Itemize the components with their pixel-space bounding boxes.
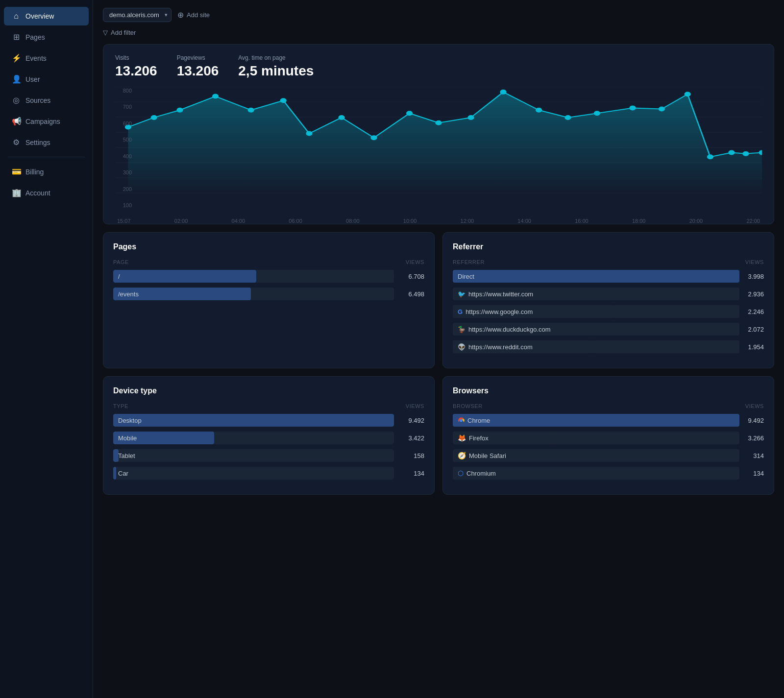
browser-bar-label: ⬡ Chromium	[458, 469, 496, 477]
panel-value: 6.708	[400, 273, 424, 280]
browsers-panel: Browsers Browser Views	[442, 376, 774, 495]
y-label-100: 100	[114, 202, 132, 208]
sidebar-item-campaigns[interactable]: 📢 Campaigns	[4, 112, 89, 131]
bar-container: Tablet	[113, 449, 394, 462]
panels-row-1: Pages Page Views / 6.708 /event	[103, 232, 774, 368]
ref-bar-label: 🐦 https://www.twitter.com	[458, 290, 533, 298]
ref-bar-fill	[453, 270, 739, 283]
browser-bar-wrap: 🦊 Firefox	[453, 432, 739, 444]
add-site-button[interactable]: ⊕ Add site	[177, 10, 210, 20]
x-label-1400: 14:00	[517, 218, 531, 224]
panel-value: 9.492	[739, 417, 764, 424]
y-label-300: 300	[114, 169, 132, 175]
svg-point-11	[213, 95, 218, 98]
chart-svg	[115, 87, 762, 209]
bar-bg: /events	[113, 288, 394, 300]
stat-visits: Visits 13.206	[115, 54, 157, 79]
ref-bar-label: G https://www.google.com	[458, 308, 533, 315]
panel-value: 2.936	[739, 290, 764, 298]
x-label-1600: 16:00	[575, 218, 588, 224]
sidebar-item-sources[interactable]: ◎ Sources	[4, 91, 89, 110]
svg-point-29	[743, 152, 749, 156]
chromium-icon: ⬡	[458, 469, 464, 477]
bar-container: Mobile	[113, 432, 394, 444]
device-panel-header: Type Views	[113, 403, 424, 409]
pageviews-value: 13.206	[177, 63, 219, 79]
bar-text: Mobile	[118, 434, 137, 442]
table-row: 👽 https://www.reddit.com 1.954	[453, 340, 764, 353]
user-icon: 👤	[12, 74, 21, 84]
svg-point-17	[407, 111, 412, 115]
x-label-0600: 06:00	[289, 218, 302, 224]
table-row: 🦊 Firefox 3.266	[453, 432, 764, 444]
svg-point-15	[339, 116, 344, 120]
billing-icon: 💳	[12, 167, 21, 176]
svg-point-19	[468, 116, 474, 120]
svg-point-30	[760, 151, 762, 155]
add-filter-button[interactable]: ▽ Add filter	[103, 29, 136, 36]
y-axis: 800 700 600 500 400 300 200 100	[114, 87, 132, 209]
browser-bar-fill	[453, 467, 456, 480]
ref-bar-label: 🦆 https://www.duckduckgo.com	[458, 326, 551, 333]
browsers-panel-header: Browser Views	[453, 403, 764, 409]
sidebar-item-settings[interactable]: ⚙ Settings	[4, 133, 89, 152]
bar-bg: Desktop	[113, 414, 394, 427]
panel-value: 2.246	[739, 308, 764, 315]
browser-bar-wrap: Chrome	[453, 414, 739, 427]
panel-value: 3.998	[739, 273, 764, 280]
referrer-panel-title: Referrer	[453, 242, 764, 251]
sidebar-item-overview[interactable]: ⌂ Overview	[4, 7, 89, 25]
bar-fill	[113, 467, 116, 480]
panel-value: 314	[739, 452, 764, 459]
site-selector[interactable]: demo.alceris.com	[103, 8, 172, 22]
sidebar-item-account[interactable]: 🏢 Account	[4, 183, 89, 202]
svg-point-24	[630, 106, 636, 110]
svg-point-21	[536, 108, 541, 112]
sidebar-item-label: Settings	[25, 139, 50, 146]
svg-point-12	[248, 108, 254, 112]
bar-fill	[113, 270, 256, 283]
pages-panel-header: Page Views	[113, 259, 424, 265]
bar-text: /events	[118, 290, 139, 298]
panel-value: 134	[400, 470, 424, 477]
x-label-0800: 08:00	[346, 218, 360, 224]
y-label-600: 600	[114, 120, 132, 126]
ref-bar-wrap: G https://www.google.com	[453, 305, 739, 318]
table-row: Direct 3.998	[453, 270, 764, 283]
y-label-400: 400	[114, 153, 132, 159]
avgtime-value: 2,5 minutes	[238, 63, 314, 79]
sidebar-item-label: Overview	[25, 12, 54, 20]
campaigns-icon: 📢	[12, 117, 21, 126]
filter-bar: ▽ Add filter	[103, 29, 774, 36]
sidebar-item-user[interactable]: 👤 User	[4, 70, 89, 89]
panel-value: 134	[739, 470, 764, 477]
bar-container: Car	[113, 467, 394, 480]
visits-value: 13.206	[115, 63, 157, 79]
svg-point-13	[281, 98, 286, 102]
sidebar-item-billing[interactable]: 💳 Billing	[4, 162, 89, 181]
sidebar-item-label: Campaigns	[25, 118, 60, 125]
sources-icon: ◎	[12, 96, 21, 105]
bar-bg: Tablet	[113, 449, 394, 462]
firefox-icon: 🦊	[458, 434, 466, 442]
chart-wrap: 800 700 600 500 400 300 200 100 15:07 02…	[115, 87, 762, 224]
sidebar-item-pages[interactable]: ⊞ Pages	[4, 27, 89, 47]
home-icon: ⌂	[12, 12, 21, 21]
sidebar-item-label: User	[25, 75, 40, 83]
svg-point-28	[729, 151, 735, 155]
plus-circle-icon: ⊕	[177, 10, 184, 20]
bar-text: Tablet	[118, 452, 135, 459]
ref-bar-wrap: 🐦 https://www.twitter.com	[453, 288, 739, 300]
table-row: Car 134	[113, 467, 424, 480]
bar-text: /	[118, 273, 120, 280]
panel-value: 3.422	[400, 434, 424, 442]
visits-label: Visits	[115, 54, 157, 61]
google-icon: G	[458, 308, 463, 315]
table-row: 🧭 Mobile Safari 314	[453, 449, 764, 462]
sidebar-item-events[interactable]: ⚡ Events	[4, 48, 89, 68]
svg-point-20	[501, 90, 506, 94]
table-row: Chrome 9.492	[453, 414, 764, 427]
main-content: demo.alceris.com ⊕ Add site ▽ Add filter…	[93, 0, 784, 698]
sidebar: ⌂ Overview ⊞ Pages ⚡ Events 👤 User ◎ Sou…	[0, 0, 93, 698]
svg-point-22	[565, 116, 571, 120]
